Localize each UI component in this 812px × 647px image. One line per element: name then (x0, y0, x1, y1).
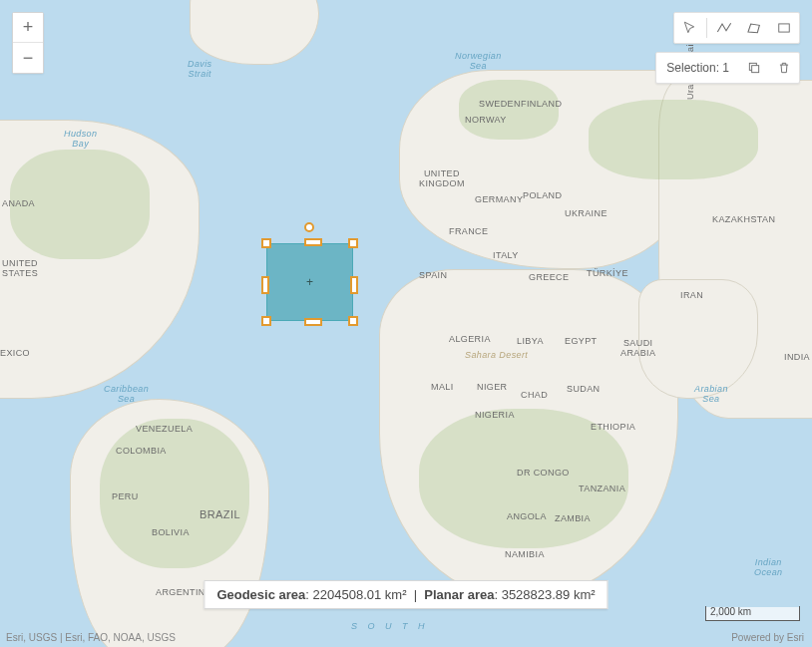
world-map[interactable]: DavisStrait HudsonBay NorwegianSea Carib… (0, 0, 812, 647)
scale-bar-label: 2,000 km (710, 606, 751, 617)
veg-russia (589, 100, 758, 179)
delete-button[interactable] (769, 53, 799, 83)
selection-bar: Selection: 1 (655, 52, 800, 84)
vegetation-na (10, 150, 150, 259)
zoom-control: + − (12, 12, 44, 74)
planar-area-label: Planar area (424, 587, 494, 602)
sea-label: NorwegianSea (455, 52, 502, 72)
pointer-icon (682, 21, 696, 35)
zoom-out-button[interactable]: − (13, 43, 43, 73)
resize-handle-w[interactable] (261, 276, 269, 294)
resize-handle-se[interactable] (348, 316, 358, 326)
scale-bar: 2,000 km (705, 607, 800, 621)
rectangle-icon (777, 21, 791, 35)
resize-handle-e[interactable] (350, 276, 358, 294)
veg-africa (419, 409, 628, 548)
polyline-icon (716, 21, 732, 35)
move-handle[interactable]: + (305, 277, 315, 287)
svg-rect-2 (752, 66, 759, 73)
sketch-toolbar (673, 12, 800, 44)
sea-label: DavisStrait (188, 60, 212, 80)
rotate-handle[interactable] (304, 222, 314, 232)
zoom-in-button[interactable]: + (13, 13, 43, 43)
selection-count-label: Selection: 1 (656, 61, 739, 75)
trash-icon (777, 61, 791, 75)
plus-icon: + (23, 17, 34, 38)
tool-polyline[interactable] (709, 13, 739, 43)
duplicate-button[interactable] (739, 53, 769, 83)
veg-scandinavia (459, 80, 559, 140)
tool-pointer[interactable] (674, 13, 704, 43)
geodesic-area-value: 2204508.01 km² (313, 587, 407, 602)
top-right-panels: Selection: 1 (655, 12, 800, 84)
map-attribution: Esri, USGS | Esri, FAO, NOAA, USGS (6, 632, 176, 643)
svg-rect-0 (779, 24, 790, 32)
sea-label: IndianOcean (754, 558, 783, 578)
tool-polygon[interactable] (739, 13, 769, 43)
resize-handle-s[interactable] (304, 318, 322, 326)
resize-handle-n[interactable] (304, 238, 322, 246)
sea-label: S O U T H (351, 622, 429, 632)
vegetation-sa (100, 419, 249, 568)
minus-icon: − (23, 48, 34, 69)
resize-handle-sw[interactable] (261, 316, 271, 326)
area-info-bar: Geodesic area: 2204508.01 km² | Planar a… (203, 580, 608, 609)
powered-by-label: Powered by Esri (731, 632, 804, 643)
geodesic-area-label: Geodesic area (216, 587, 305, 602)
planar-area-value: 3528823.89 km² (502, 587, 596, 602)
tool-rectangle[interactable] (769, 13, 799, 43)
polygon-icon (746, 21, 762, 35)
sketch-selection-rectangle[interactable]: + (266, 243, 353, 321)
resize-handle-nw[interactable] (261, 238, 271, 248)
duplicate-icon (747, 61, 761, 75)
landmass-greenland (190, 0, 319, 65)
toolbar-divider (706, 18, 707, 38)
resize-handle-ne[interactable] (348, 238, 358, 248)
